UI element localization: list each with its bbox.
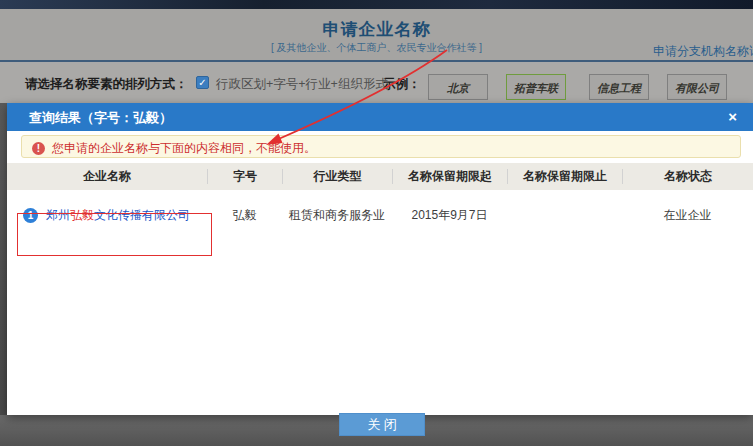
example-box-industry: 信息工程 <box>589 74 649 100</box>
close-button[interactable]: 关 闭 <box>339 413 425 436</box>
cell-tradename: 弘毅 <box>207 207 282 224</box>
results-table-header: 企业名称 字号 行业类型 名称保留期限起 名称保留期限止 名称状态 <box>7 163 753 190</box>
warning-text: 您申请的企业名称与下面的内容相同，不能使用。 <box>52 141 316 155</box>
example-box-orgform: 有限公司 <box>667 74 727 100</box>
example-label: 示例： <box>383 76 421 93</box>
dialog-title: 查询结果（字号：弘毅） <box>29 109 172 127</box>
col-reserve-end: 名称保留期限止 <box>507 169 622 184</box>
dialog-header: 查询结果（字号：弘毅） × <box>7 103 753 131</box>
close-icon[interactable]: × <box>728 107 737 127</box>
col-tradename: 字号 <box>207 169 282 184</box>
warning-icon: ! <box>32 142 45 155</box>
cell-industry: 租赁和商务服务业 <box>282 207 392 224</box>
col-industry: 行业类型 <box>282 169 392 184</box>
name-arrangement-toolbar: 请选择名称要素的排列方式： ✓ 行政区划+字号+行业+组织形式 示例： 北京 拓… <box>0 64 753 103</box>
dialog-body: !您申请的企业名称与下面的内容相同，不能使用。 企业名称 字号 行业类型 名称保… <box>7 131 753 415</box>
arrangement-label: 请选择名称要素的排列方式： <box>25 76 188 93</box>
col-reserve-start: 名称保留期限起 <box>392 169 507 184</box>
col-company-name: 企业名称 <box>7 169 207 184</box>
example-box-tradename: 拓普车联 <box>506 74 566 100</box>
page-header: 申请企业名称 [ 及其他企业、个体工商户、农民专业合作社等 ] 申请分支机构名称… <box>0 9 753 62</box>
backdrop-left <box>0 103 7 446</box>
company-name-suffix: 文化传播有限公司 <box>94 208 190 222</box>
query-result-dialog: 查询结果（字号：弘毅） × !您申请的企业名称与下面的内容相同，不能使用。 企业… <box>7 103 753 415</box>
company-name-highlight: 弘毅 <box>70 208 94 222</box>
top-navy-bar <box>0 0 753 9</box>
page-title: 申请企业名称 <box>0 18 753 41</box>
table-row: 1郑州弘毅文化传播有限公司 弘毅 租赁和商务服务业 2015年9月7日 在业企业 <box>7 190 753 240</box>
warning-banner: !您申请的企业名称与下面的内容相同，不能使用。 <box>21 135 741 158</box>
example-box-region: 北京 <box>428 74 488 100</box>
company-name-prefix: 郑州 <box>46 208 70 222</box>
cell-reserve-start: 2015年9月7日 <box>392 207 507 224</box>
company-name-link[interactable]: 郑州弘毅文化传播有限公司 <box>46 208 190 222</box>
row-index-badge: 1 <box>23 208 38 223</box>
branch-name-link[interactable]: 申请分支机构名称请 <box>653 43 753 60</box>
cell-company-name: 1郑州弘毅文化传播有限公司 <box>7 207 207 224</box>
page-subtitle: [ 及其他企业、个体工商户、农民专业合作社等 ] <box>0 41 753 55</box>
page: 申请企业名称 [ 及其他企业、个体工商户、农民专业合作社等 ] 申请分支机构名称… <box>0 0 753 446</box>
col-status: 名称状态 <box>622 169 753 184</box>
cell-status: 在业企业 <box>622 207 753 224</box>
arrangement-checkbox[interactable]: ✓ <box>196 76 209 89</box>
arrangement-option-label: 行政区划+字号+行业+组织形式 <box>216 76 388 93</box>
